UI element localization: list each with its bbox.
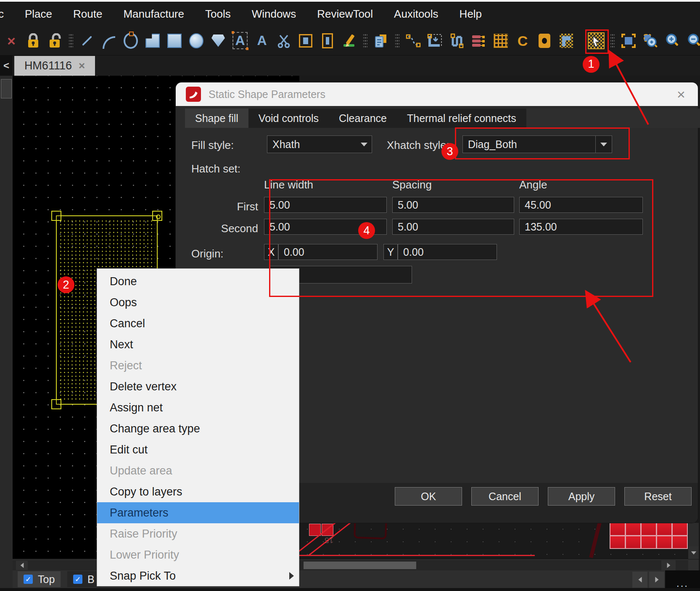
vertical-scrollbar[interactable] <box>688 523 699 559</box>
layer-tab-bottom[interactable]: ✓ B <box>67 571 100 587</box>
menu-item-edit-cut[interactable]: Edit cut <box>97 439 299 460</box>
rotate-icon[interactable]: C <box>515 33 531 49</box>
ok-button[interactable]: OK <box>395 487 462 506</box>
menu-item-delete-vertex[interactable]: Delete vertex <box>97 376 299 397</box>
apply-button[interactable]: Apply <box>548 487 615 506</box>
menu-item-auxitools[interactable]: Auxitools <box>394 8 438 21</box>
menu-item-windows[interactable]: Windows <box>252 8 296 21</box>
menu-item-copy-to-layers[interactable]: Copy to layers <box>97 481 299 502</box>
shape-handle-topright[interactable] <box>152 211 162 221</box>
unlock-icon[interactable] <box>47 33 63 49</box>
xhatch-style-label: Xhatch style: <box>387 139 449 152</box>
shape-handle-bottomleft[interactable] <box>51 399 61 409</box>
shape-ellipse-icon[interactable] <box>188 33 204 49</box>
menu-item-snap-pick-to[interactable]: Snap Pick To <box>97 565 299 586</box>
menu-item-next[interactable]: Next <box>97 334 299 355</box>
collapse-panel-button[interactable]: < <box>0 56 13 76</box>
pad-edit-icon[interactable] <box>536 33 552 49</box>
cut-icon[interactable] <box>276 33 292 49</box>
tab-thermal-relief-connects[interactable]: Thermal relief connects <box>397 109 526 128</box>
align-pins-icon[interactable] <box>471 33 487 49</box>
delete-icon[interactable]: × <box>3 33 19 49</box>
horizontal-scrollbar-right[interactable] <box>299 559 688 571</box>
slide-route-icon[interactable] <box>449 33 465 49</box>
tab-void-controls[interactable]: Void controls <box>248 109 329 128</box>
board-pad-array <box>610 523 688 549</box>
checkbox-checked-icon[interactable]: ✓ <box>73 575 82 584</box>
menu-item-change-area-type[interactable]: Change area type <box>97 418 299 439</box>
shape-polygon-icon[interactable] <box>145 33 161 49</box>
menu-item-cancel[interactable]: Cancel <box>97 313 299 334</box>
dialog-title-bar[interactable]: Static Shape Parameters × <box>176 82 698 106</box>
menu-item-route[interactable]: Route <box>73 8 102 21</box>
zoom-in-icon[interactable] <box>664 33 680 49</box>
shape-rectangle-icon[interactable] <box>166 33 182 49</box>
menu-item-reviewtool[interactable]: ReviewTool <box>317 8 373 21</box>
add-text-icon[interactable]: A <box>254 33 270 49</box>
checkbox-checked-icon[interactable]: ✓ <box>24 575 33 584</box>
menu-item-lower-priority: Lower Priority <box>97 544 299 565</box>
route-region-icon[interactable] <box>427 33 443 49</box>
design-tab-label: HM61116 <box>24 59 72 72</box>
add-arc-icon[interactable] <box>101 33 117 49</box>
menu-item-partial[interactable]: c <box>0 8 4 21</box>
menu-item-parameters[interactable]: Parameters <box>97 502 299 523</box>
frame-square-icon[interactable] <box>298 33 314 49</box>
shape-edit-icon[interactable] <box>558 33 574 49</box>
frame-rectangle-icon[interactable] <box>320 33 335 49</box>
add-circle-icon[interactable] <box>123 33 139 49</box>
origin-y-label: Y <box>383 244 398 260</box>
tab-shape-fill[interactable]: Shape fill <box>185 109 248 128</box>
first-spacing-input[interactable]: 5.00 <box>392 197 514 213</box>
dialog-close-icon[interactable]: × <box>674 87 689 102</box>
layer-scroll-left-icon[interactable] <box>632 572 647 588</box>
menu-item-assign-net[interactable]: Assign net <box>97 397 299 418</box>
origin-y-input[interactable]: 0.00 <box>398 244 497 260</box>
toolbar: × A A C 1 <box>0 26 700 56</box>
sidebar-swatch[interactable] <box>1 79 12 98</box>
menu-item-done[interactable]: Done <box>97 271 299 292</box>
layer-scroll-right-icon[interactable] <box>649 572 664 588</box>
measure-edit-icon[interactable] <box>341 33 357 49</box>
row-first-label: First <box>191 200 258 213</box>
tab-close-icon[interactable]: × <box>79 59 85 72</box>
col-spacing: Spacing <box>392 178 432 191</box>
menu-item-tools[interactable]: Tools <box>205 8 231 21</box>
chevron-down-icon <box>361 143 367 146</box>
layer-tab-top[interactable]: ✓ Top <box>18 571 61 587</box>
zoom-fit-icon[interactable] <box>642 33 658 49</box>
first-angle-input[interactable]: 45.00 <box>519 197 643 213</box>
reset-button[interactable]: Reset <box>624 487 692 506</box>
origin-x-label: X <box>264 244 278 260</box>
menu-item-help[interactable]: Help <box>460 8 482 21</box>
edit-vertex-icon[interactable] <box>405 33 421 49</box>
xhatch-style-dropdown[interactable]: Diag_Both <box>462 135 612 153</box>
design-tab-hm61116[interactable]: HM61116 × <box>14 56 95 76</box>
scrollbar-thumb[interactable] <box>304 562 416 569</box>
menu-item-oops[interactable]: Oops <box>97 292 299 313</box>
shape-handle-topleft[interactable] <box>51 211 61 221</box>
zoom-area-icon[interactable] <box>621 33 637 49</box>
add-line-icon[interactable] <box>79 33 95 49</box>
chevron-down-icon[interactable] <box>595 136 612 153</box>
cancel-button[interactable]: Cancel <box>471 487 539 506</box>
shape-select-icon[interactable]: 1 <box>588 32 605 49</box>
autoroute-icon[interactable] <box>493 33 509 49</box>
annotation-badge-3: 3 <box>441 143 458 160</box>
lock-icon[interactable] <box>25 33 41 49</box>
menu-item-place[interactable]: Place <box>25 8 52 21</box>
scroll-down-icon[interactable] <box>688 546 699 559</box>
text-select-icon[interactable]: A <box>232 33 248 49</box>
second-angle-input[interactable]: 135.00 <box>519 219 643 235</box>
origin-x-input[interactable]: 0.00 <box>278 244 378 260</box>
zoom-out-icon[interactable] <box>686 33 700 49</box>
second-spacing-input[interactable]: 5.00 <box>392 219 514 235</box>
shape-shield-icon[interactable] <box>210 33 226 49</box>
menu-item-manufacture[interactable]: Manufacture <box>123 8 184 21</box>
copy-paste-icon[interactable] <box>373 33 389 49</box>
scroll-right-icon[interactable] <box>661 560 676 570</box>
first-line-width-input[interactable]: 5.00 <box>264 197 387 213</box>
scroll-left-icon[interactable] <box>16 561 28 570</box>
tab-clearance[interactable]: Clearance <box>329 109 397 128</box>
fill-style-dropdown[interactable]: Xhath <box>267 135 372 153</box>
